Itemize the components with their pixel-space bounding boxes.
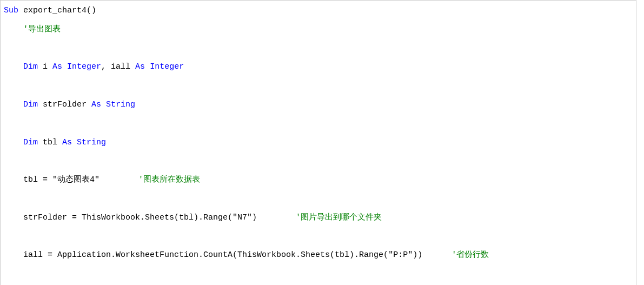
comment: '图片导出到哪个文件夹 — [296, 213, 382, 222]
code-text — [72, 138, 77, 147]
keyword-as: As — [62, 138, 72, 147]
comment: '导出图表 — [23, 25, 61, 34]
code-text: strFolder — [38, 100, 91, 109]
comment: '图表所在数据表 — [138, 175, 200, 184]
keyword-integer: Integer — [150, 62, 184, 71]
code-container: Sub export_chart4() '导出图表 Dim i As Integ… — [0, 0, 636, 285]
code-text: tbl = "动态图表4" — [23, 175, 138, 184]
keyword-dim: Dim — [23, 100, 38, 109]
code-text — [145, 62, 150, 71]
keyword-dim: Dim — [23, 138, 38, 147]
code-text: tbl — [38, 138, 62, 147]
keyword-as: As — [52, 62, 62, 71]
code-text: export_chart4() — [18, 6, 96, 15]
code-text: , iall — [101, 62, 135, 71]
code-text — [101, 100, 106, 109]
comment: '省份行数 — [452, 250, 489, 260]
code-text: iall = Application.WorksheetFunction.Cou… — [23, 250, 452, 260]
keyword-string: String — [106, 100, 135, 109]
code-text — [62, 62, 67, 71]
keyword-as: As — [91, 100, 101, 109]
keyword-as: As — [135, 62, 145, 71]
keyword-dim: Dim — [23, 62, 38, 71]
keyword-string: String — [77, 138, 106, 147]
code-text: i — [38, 62, 52, 71]
keyword-integer: Integer — [67, 62, 101, 71]
code-text: strFolder = ThisWorkbook.Sheets(tbl).Ran… — [23, 213, 296, 222]
keyword-sub: Sub — [4, 6, 18, 15]
